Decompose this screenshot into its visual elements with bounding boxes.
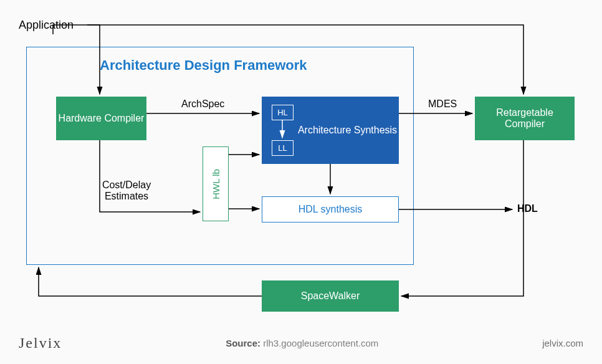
hdl-output-label: HDL	[517, 203, 538, 214]
archspec-label: ArchSpec	[181, 98, 224, 110]
spacewalker-box: SpaceWalker	[262, 280, 399, 312]
mdes-label: MDES	[428, 98, 457, 110]
framework-title: Architecture Design Framework	[100, 57, 307, 74]
application-label: Application	[19, 19, 74, 32]
architecture-synthesis-label: Architecture Synthesis	[298, 125, 397, 136]
hdl-synthesis-box: HDL synthesis	[262, 196, 399, 223]
source-citation: Source: rlh3.googleusercontent.com	[226, 338, 378, 348]
cost-delay-label: Cost/Delay Estimates	[92, 180, 161, 202]
hardware-compiler-box: Hardware Compiler	[56, 97, 146, 140]
ll-box: LL	[272, 140, 294, 156]
footer-url: jelvix.com	[542, 338, 583, 348]
hl-box: HL	[272, 105, 294, 120]
jelvix-logo: Jelvix	[19, 335, 62, 352]
retargetable-compiler-box: Retargetable Compiler	[475, 97, 575, 140]
hwl-lb-label: HWL lb	[211, 169, 221, 199]
hwl-lb-box: HWL lb	[203, 146, 229, 221]
footer: Jelvix Source: rlh3.googleusercontent.co…	[0, 335, 602, 352]
diagram-canvas: Application Architecture Design Framewor…	[0, 0, 602, 364]
